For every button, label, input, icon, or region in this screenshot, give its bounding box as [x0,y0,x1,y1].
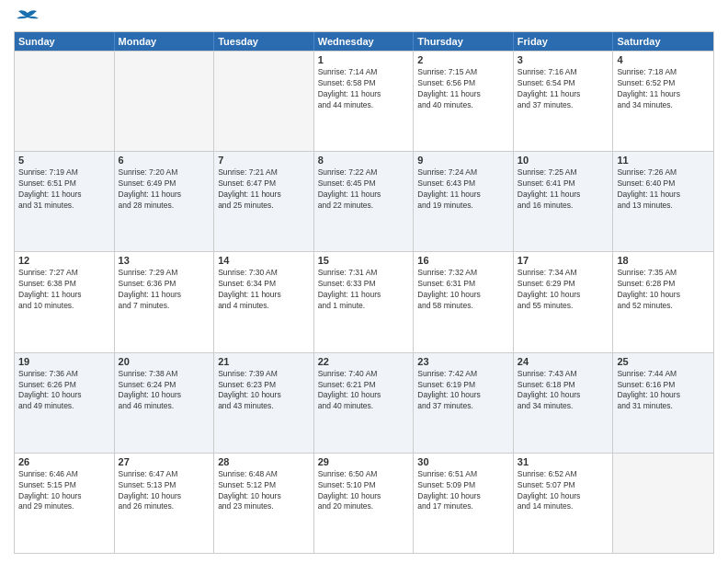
calendar-cell: 16Sunrise: 7:32 AM Sunset: 6:31 PM Dayli… [414,252,514,351]
day-number: 12 [18,255,110,266]
day-info: Sunrise: 7:30 AM Sunset: 6:34 PM Dayligh… [218,268,310,312]
day-number: 28 [218,456,310,467]
day-info: Sunrise: 7:22 AM Sunset: 6:45 PM Dayligh… [318,167,410,212]
day-number: 5 [18,155,110,166]
calendar-cell: 18Sunrise: 7:35 AM Sunset: 6:28 PM Dayli… [613,252,713,351]
calendar-cell: 21Sunrise: 7:39 AM Sunset: 6:23 PM Dayli… [214,353,314,453]
day-number: 24 [518,356,609,367]
day-number: 26 [18,456,110,467]
day-info: Sunrise: 6:46 AM Sunset: 5:15 PM Dayligh… [18,469,110,513]
calendar-cell: 26Sunrise: 6:46 AM Sunset: 5:15 PM Dayli… [15,454,115,553]
calendar-cell [15,52,115,151]
calendar-cell: 24Sunrise: 7:43 AM Sunset: 6:18 PM Dayli… [514,353,614,453]
calendar-row-4: 19Sunrise: 7:36 AM Sunset: 6:26 PM Dayli… [15,352,713,453]
header-thursday: Thursday [414,32,514,51]
calendar-cell: 9Sunrise: 7:24 AM Sunset: 6:43 PM Daylig… [414,152,514,251]
day-info: Sunrise: 6:52 AM Sunset: 5:07 PM Dayligh… [518,469,609,513]
calendar-cell: 28Sunrise: 6:48 AM Sunset: 5:12 PM Dayli… [214,454,314,553]
day-number: 3 [518,54,609,65]
day-info: Sunrise: 7:40 AM Sunset: 6:21 PM Dayligh… [318,369,410,413]
header-wednesday: Wednesday [314,32,415,51]
day-number: 11 [617,155,710,166]
logo [14,9,40,26]
day-number: 23 [417,356,509,367]
day-info: Sunrise: 6:47 AM Sunset: 5:13 PM Dayligh… [119,469,210,513]
header-monday: Monday [115,32,215,51]
day-info: Sunrise: 7:14 AM Sunset: 6:58 PM Dayligh… [318,67,410,111]
calendar: Sunday Monday Tuesday Wednesday Thursday… [14,31,714,554]
day-number: 29 [318,456,410,467]
day-number: 31 [518,456,609,467]
calendar-row-1: 1Sunrise: 7:14 AM Sunset: 6:58 PM Daylig… [15,51,713,151]
header-saturday: Saturday [613,32,713,51]
day-number: 27 [119,456,210,467]
day-number: 21 [218,356,310,367]
day-number: 6 [119,155,210,166]
calendar-cell: 19Sunrise: 7:36 AM Sunset: 6:26 PM Dayli… [15,353,115,453]
day-number: 16 [417,255,509,266]
header-friday: Friday [514,32,614,51]
calendar-cell: 14Sunrise: 7:30 AM Sunset: 6:34 PM Dayli… [214,252,314,351]
calendar-cell: 4Sunrise: 7:18 AM Sunset: 6:52 PM Daylig… [613,52,713,151]
header-sunday: Sunday [15,32,115,51]
calendar-cell: 25Sunrise: 7:44 AM Sunset: 6:16 PM Dayli… [613,353,713,453]
calendar-cell: 23Sunrise: 7:42 AM Sunset: 6:19 PM Dayli… [414,353,514,453]
day-info: Sunrise: 7:19 AM Sunset: 6:51 PM Dayligh… [18,167,110,212]
page: Sunday Monday Tuesday Wednesday Thursday… [0,0,728,563]
day-number: 30 [417,456,509,467]
calendar-body: 1Sunrise: 7:14 AM Sunset: 6:58 PM Daylig… [15,51,713,553]
calendar-cell: 8Sunrise: 7:22 AM Sunset: 6:45 PM Daylig… [314,152,415,251]
calendar-cell: 1Sunrise: 7:14 AM Sunset: 6:58 PM Daylig… [314,52,415,151]
day-info: Sunrise: 7:39 AM Sunset: 6:23 PM Dayligh… [218,369,310,413]
day-number: 7 [218,155,310,166]
day-info: Sunrise: 7:21 AM Sunset: 6:47 PM Dayligh… [218,167,310,212]
day-info: Sunrise: 7:27 AM Sunset: 6:38 PM Dayligh… [18,268,110,312]
day-info: Sunrise: 7:43 AM Sunset: 6:18 PM Dayligh… [518,369,609,413]
calendar-row-2: 5Sunrise: 7:19 AM Sunset: 6:51 PM Daylig… [15,151,713,251]
calendar-cell: 27Sunrise: 6:47 AM Sunset: 5:13 PM Dayli… [115,454,215,553]
day-info: Sunrise: 7:31 AM Sunset: 6:33 PM Dayligh… [318,268,410,312]
calendar-cell: 30Sunrise: 6:51 AM Sunset: 5:09 PM Dayli… [414,454,514,553]
day-info: Sunrise: 7:26 AM Sunset: 6:40 PM Dayligh… [617,167,710,212]
day-info: Sunrise: 6:50 AM Sunset: 5:10 PM Dayligh… [318,469,410,513]
calendar-cell: 5Sunrise: 7:19 AM Sunset: 6:51 PM Daylig… [15,152,115,251]
calendar-cell: 10Sunrise: 7:25 AM Sunset: 6:41 PM Dayli… [514,152,614,251]
day-info: Sunrise: 7:44 AM Sunset: 6:16 PM Dayligh… [617,369,710,413]
calendar-cell: 17Sunrise: 7:34 AM Sunset: 6:29 PM Dayli… [514,252,614,351]
day-number: 20 [119,356,210,367]
day-number: 15 [318,255,410,266]
day-number: 13 [119,255,210,266]
calendar-cell: 15Sunrise: 7:31 AM Sunset: 6:33 PM Dayli… [314,252,415,351]
day-number: 17 [518,255,609,266]
calendar-cell [613,454,713,553]
day-info: Sunrise: 7:35 AM Sunset: 6:28 PM Dayligh… [617,268,710,312]
header-tuesday: Tuesday [214,32,314,51]
day-info: Sunrise: 7:20 AM Sunset: 6:49 PM Dayligh… [119,167,210,212]
day-info: Sunrise: 7:25 AM Sunset: 6:41 PM Dayligh… [518,167,609,212]
day-number: 22 [318,356,410,367]
logo-bird-icon [15,9,40,29]
day-number: 1 [318,54,410,65]
calendar-row-3: 12Sunrise: 7:27 AM Sunset: 6:38 PM Dayli… [15,251,713,351]
calendar-cell: 31Sunrise: 6:52 AM Sunset: 5:07 PM Dayli… [514,454,614,553]
day-info: Sunrise: 6:48 AM Sunset: 5:12 PM Dayligh… [218,469,310,513]
calendar-cell [115,52,215,151]
day-number: 9 [417,155,509,166]
day-number: 8 [318,155,410,166]
calendar-cell: 3Sunrise: 7:16 AM Sunset: 6:54 PM Daylig… [514,52,614,151]
day-number: 10 [518,155,609,166]
calendar-cell: 2Sunrise: 7:15 AM Sunset: 6:56 PM Daylig… [414,52,514,151]
calendar-cell: 12Sunrise: 7:27 AM Sunset: 6:38 PM Dayli… [15,252,115,351]
day-info: Sunrise: 7:34 AM Sunset: 6:29 PM Dayligh… [518,268,609,312]
day-number: 2 [417,54,509,65]
day-info: Sunrise: 7:42 AM Sunset: 6:19 PM Dayligh… [417,369,509,413]
calendar-cell: 6Sunrise: 7:20 AM Sunset: 6:49 PM Daylig… [115,152,215,251]
day-number: 4 [617,54,710,65]
day-info: Sunrise: 6:51 AM Sunset: 5:09 PM Dayligh… [417,469,509,513]
calendar-cell: 22Sunrise: 7:40 AM Sunset: 6:21 PM Dayli… [314,353,415,453]
calendar-cell: 13Sunrise: 7:29 AM Sunset: 6:36 PM Dayli… [115,252,215,351]
calendar-cell: 11Sunrise: 7:26 AM Sunset: 6:40 PM Dayli… [613,152,713,251]
day-number: 14 [218,255,310,266]
day-number: 25 [617,356,710,367]
day-info: Sunrise: 7:24 AM Sunset: 6:43 PM Dayligh… [417,167,509,212]
